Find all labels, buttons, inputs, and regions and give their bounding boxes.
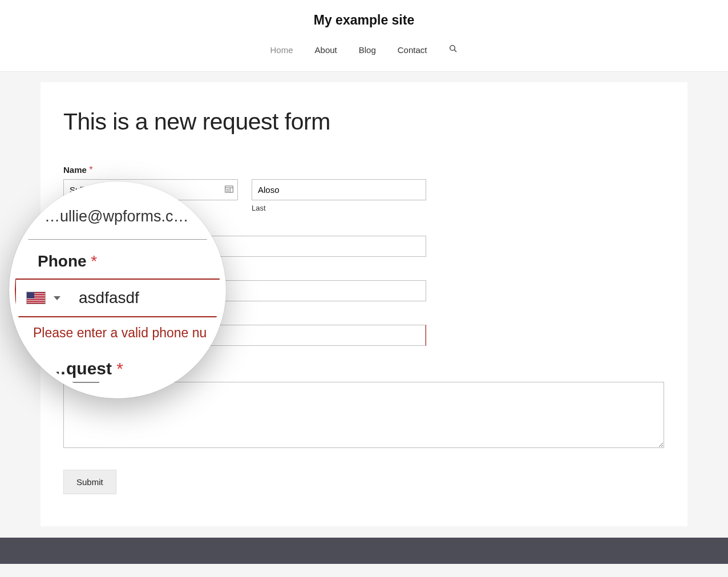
lens-phone-label: Phone: [38, 252, 87, 270]
site-footer: [0, 538, 728, 564]
lens-email-fragment: …ullie@wpforms.c…: [45, 208, 197, 225]
last-name-sublabel: Last: [252, 204, 426, 212]
page-title: This is a new request form: [63, 108, 665, 135]
submit-button[interactable]: Submit: [63, 470, 116, 494]
required-mark: *: [89, 165, 92, 175]
svg-point-0: [450, 46, 455, 51]
search-icon[interactable]: [448, 44, 458, 55]
page-content: This is a new request form Name *: [41, 82, 687, 526]
magnifier-overlay: …ullie@wpforms.c… Phone * asdfasdf Pleas…: [9, 181, 226, 398]
nav-about[interactable]: About: [315, 45, 337, 55]
nav-home[interactable]: Home: [270, 45, 293, 55]
name-label: Name: [63, 165, 87, 175]
chevron-down-icon: [54, 296, 60, 300]
site-title: My example site: [0, 13, 728, 28]
svg-line-1: [455, 50, 457, 52]
site-header: My example site Home About Blog Contact: [0, 0, 728, 72]
lens-error-fragment: Please enter a valid phone nu: [33, 325, 197, 341]
primary-nav: Home About Blog Contact: [0, 44, 728, 66]
us-flag-icon: [26, 292, 46, 304]
lens-phone-field: asdfasdf: [15, 279, 226, 317]
nav-contact[interactable]: Contact: [398, 45, 427, 55]
lens-phone-value: asdfasdf: [79, 289, 139, 307]
last-name-input[interactable]: [252, 179, 426, 200]
nav-blog[interactable]: Blog: [359, 45, 376, 55]
lens-request-fragment: …quest: [49, 359, 112, 378]
